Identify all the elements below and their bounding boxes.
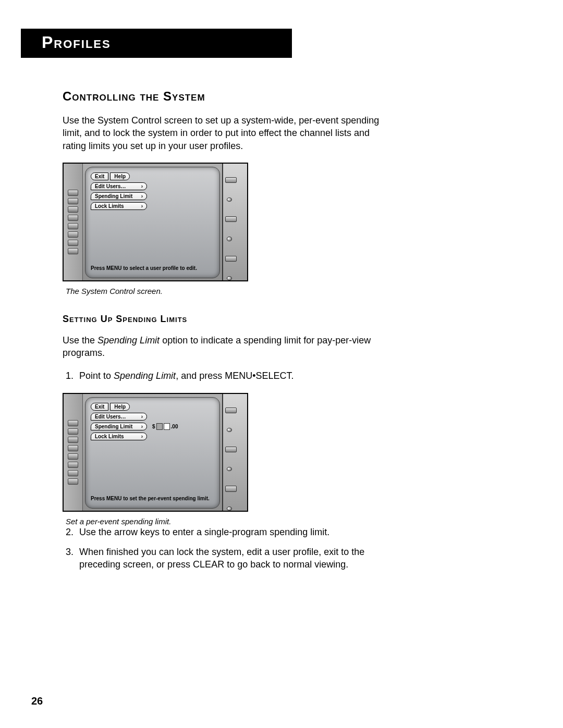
step-3: When finished you can lock the system, e… bbox=[76, 546, 386, 571]
digit-box[interactable] bbox=[156, 423, 163, 430]
lock-limits-button[interactable]: Lock Limits › bbox=[91, 202, 147, 210]
tv-left-trim bbox=[64, 164, 83, 280]
subsection-intro: Use the Spending Limit option to indicat… bbox=[63, 334, 386, 360]
text-emphasis: Spending Limit bbox=[97, 335, 160, 346]
section-heading: Controlling the System bbox=[63, 89, 386, 104]
exit-button[interactable]: Exit bbox=[91, 172, 108, 180]
edit-users-label: Edit Users… bbox=[95, 414, 126, 419]
tv-right-trim bbox=[222, 394, 247, 511]
digit-box[interactable] bbox=[164, 423, 170, 430]
spending-limit-button[interactable]: Spending Limit › bbox=[91, 423, 147, 430]
text-fragment: Point to bbox=[79, 371, 114, 381]
text-fragment: , and press MENU•SELECT. bbox=[176, 371, 293, 381]
step-list: Point to Spending Limit, and press MENU•… bbox=[63, 369, 386, 382]
chevron-right-icon: › bbox=[138, 193, 143, 199]
edit-users-button[interactable]: Edit Users… › bbox=[91, 413, 147, 421]
currency-label: $ bbox=[152, 424, 155, 429]
tv-screen: Exit Help Edit Users… › Spending Limit bbox=[85, 167, 220, 278]
chevron-right-icon: › bbox=[138, 183, 143, 189]
chevron-right-icon: › bbox=[138, 424, 143, 429]
spending-limit-label: Spending Limit bbox=[95, 424, 132, 429]
spending-limit-label: Spending Limit bbox=[95, 193, 132, 199]
step-2: Use the arrow keys to enter a single-pro… bbox=[76, 526, 386, 538]
chevron-right-icon: › bbox=[138, 414, 143, 419]
chevron-right-icon: › bbox=[138, 434, 143, 439]
step-list-continued: Use the arrow keys to enter a single-pro… bbox=[63, 526, 386, 571]
lock-limits-button[interactable]: Lock Limits › bbox=[91, 433, 147, 440]
spending-limit-button[interactable]: Spending Limit › bbox=[91, 192, 147, 200]
chapter-title: Profiles bbox=[42, 33, 111, 52]
cents-label: .00 bbox=[171, 424, 178, 429]
figure-spending-limit: Exit Help Edit Users… › Spending Limit bbox=[63, 393, 386, 526]
figure-system-control: Exit Help Edit Users… › Spending Limit bbox=[63, 163, 386, 295]
step-1: Point to Spending Limit, and press MENU•… bbox=[76, 369, 386, 382]
figure-caption: Set a per-event spending limit. bbox=[66, 517, 386, 526]
text-fragment: Use the bbox=[63, 335, 97, 346]
help-button[interactable]: Help bbox=[110, 172, 130, 180]
spending-limit-value[interactable]: $ .00 bbox=[152, 423, 178, 430]
tv-screen: Exit Help Edit Users… › Spending Limit bbox=[85, 397, 220, 509]
text-emphasis: Spending Limit bbox=[114, 371, 176, 381]
exit-button[interactable]: Exit bbox=[91, 403, 108, 411]
page-number: 26 bbox=[31, 695, 43, 707]
tv-right-trim bbox=[222, 164, 247, 280]
subsection-heading: Setting Up Spending Limits bbox=[63, 314, 386, 325]
help-button[interactable]: Help bbox=[110, 403, 130, 411]
chevron-right-icon: › bbox=[138, 203, 143, 209]
intro-paragraph: Use the System Control screen to set up … bbox=[63, 114, 386, 152]
chapter-header: Profiles bbox=[21, 29, 521, 58]
lock-limits-label: Lock Limits bbox=[95, 203, 124, 209]
edit-users-label: Edit Users… bbox=[95, 183, 126, 189]
figure-caption: The System Control screen. bbox=[66, 287, 386, 295]
tv-hint-text: Press MENU to select a user profile to e… bbox=[91, 265, 214, 275]
edit-users-button[interactable]: Edit Users… › bbox=[91, 182, 147, 190]
lock-limits-label: Lock Limits bbox=[95, 434, 124, 439]
tv-left-trim bbox=[64, 394, 83, 511]
tv-hint-text: Press MENU to set the per-event spending… bbox=[91, 496, 214, 505]
